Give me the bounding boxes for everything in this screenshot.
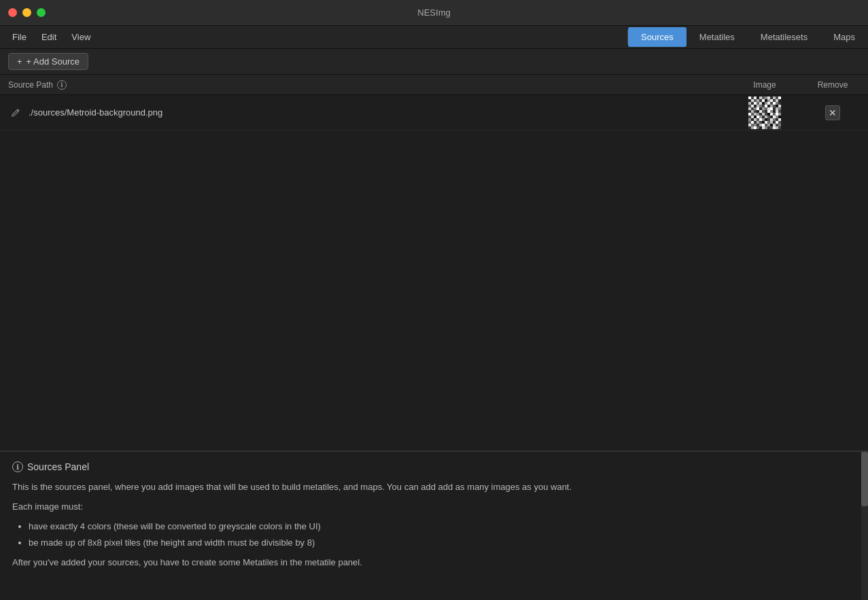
svg-rect-89 [759, 116, 762, 118]
svg-rect-132 [778, 124, 781, 126]
edit-path-button[interactable] [8, 105, 23, 120]
svg-rect-139 [765, 126, 767, 129]
svg-rect-122 [751, 124, 754, 126]
svg-rect-15 [754, 99, 757, 102]
svg-rect-140 [767, 126, 770, 129]
col-header-source-path: Source Path ℹ [8, 80, 724, 90]
svg-rect-36 [778, 102, 781, 105]
svg-rect-47 [776, 105, 778, 107]
menu-bar: File Edit View Sources Metatiles Metatil… [0, 26, 868, 49]
svg-rect-29 [759, 102, 762, 105]
add-source-button[interactable]: + + Add Source [8, 53, 88, 70]
svg-rect-117 [770, 121, 773, 124]
scrollbar-thumb[interactable] [861, 452, 868, 506]
svg-rect-87 [754, 116, 757, 118]
svg-rect-80 [767, 113, 770, 116]
tab-sources[interactable]: Sources [628, 27, 687, 47]
svg-rect-21 [770, 99, 773, 102]
svg-rect-71 [776, 110, 778, 113]
svg-rect-93 [770, 116, 773, 118]
svg-rect-97 [748, 118, 751, 121]
svg-rect-1 [748, 96, 751, 99]
svg-rect-48 [778, 105, 781, 107]
source-path-text: ./sources/Metroid-background.png [29, 107, 162, 118]
tab-metatilesets[interactable]: Metatilesets [748, 27, 820, 47]
svg-rect-16 [757, 99, 759, 102]
svg-rect-135 [754, 126, 757, 129]
svg-rect-40 [757, 105, 759, 107]
svg-rect-133 [748, 126, 751, 129]
help-panel-title: ℹ Sources Panel [12, 461, 856, 472]
menu-item-view[interactable]: View [65, 29, 97, 45]
svg-rect-110 [751, 121, 754, 124]
minimize-window-button[interactable] [22, 8, 31, 17]
svg-rect-102 [762, 118, 765, 121]
svg-rect-107 [776, 118, 778, 121]
svg-rect-108 [778, 118, 781, 121]
svg-rect-53 [759, 107, 762, 110]
remove-source-button[interactable]: ✕ [825, 105, 840, 120]
svg-rect-58 [773, 107, 776, 110]
menu-item-edit[interactable]: Edit [35, 29, 63, 45]
svg-rect-67 [765, 110, 767, 113]
svg-rect-25 [748, 102, 751, 105]
svg-rect-45 [770, 105, 773, 107]
svg-rect-27 [754, 102, 757, 105]
svg-rect-5 [759, 96, 762, 99]
svg-rect-92 [767, 116, 770, 118]
plus-icon: + [17, 56, 22, 67]
svg-rect-91 [765, 116, 767, 118]
svg-rect-13 [748, 99, 751, 102]
svg-rect-7 [765, 96, 767, 99]
svg-rect-12 [778, 96, 781, 99]
svg-rect-125 [759, 124, 762, 126]
close-window-button[interactable] [8, 8, 17, 17]
svg-rect-4 [757, 96, 759, 99]
source-path-info-icon[interactable]: ℹ [57, 80, 67, 90]
svg-rect-50 [751, 107, 754, 110]
svg-rect-2 [751, 96, 754, 99]
svg-rect-22 [773, 99, 776, 102]
help-info-icon: ℹ [12, 461, 23, 472]
svg-rect-123 [754, 124, 757, 126]
svg-rect-90 [762, 116, 765, 118]
svg-rect-20 [767, 99, 770, 102]
svg-rect-76 [757, 113, 759, 116]
svg-rect-26 [751, 102, 754, 105]
svg-rect-74 [751, 113, 754, 116]
help-requirement-1: have exactly 4 colors (these will be con… [29, 520, 845, 534]
svg-rect-105 [770, 118, 773, 121]
menu-bar-left: File Edit View [0, 29, 627, 45]
svg-rect-114 [762, 121, 765, 124]
svg-rect-136 [757, 126, 759, 129]
svg-rect-101 [759, 118, 762, 121]
svg-rect-24 [778, 99, 781, 102]
svg-rect-121 [748, 124, 751, 126]
svg-rect-128 [767, 124, 770, 126]
svg-rect-17 [759, 99, 762, 102]
svg-rect-44 [767, 105, 770, 107]
title-bar: NESImg [0, 0, 868, 26]
svg-rect-42 [762, 105, 765, 107]
svg-rect-118 [773, 121, 776, 124]
svg-rect-55 [765, 107, 767, 110]
svg-rect-11 [776, 96, 778, 99]
svg-rect-81 [770, 113, 773, 116]
svg-rect-63 [754, 110, 757, 113]
add-source-label: + Add Source [27, 56, 80, 67]
svg-rect-138 [762, 126, 765, 129]
maximize-window-button[interactable] [37, 8, 46, 17]
svg-rect-57 [770, 107, 773, 110]
menu-item-file[interactable]: File [5, 29, 33, 45]
svg-rect-73 [748, 113, 751, 116]
svg-rect-113 [759, 121, 762, 124]
svg-rect-51 [754, 107, 757, 110]
tab-metatiles[interactable]: Metatiles [687, 27, 748, 47]
svg-rect-78 [762, 113, 765, 116]
svg-rect-10 [773, 96, 776, 99]
svg-rect-14 [751, 99, 754, 102]
svg-rect-59 [776, 107, 778, 110]
table-body: ./sources/Metroid-background.png [0, 95, 868, 451]
tab-maps[interactable]: Maps [820, 27, 868, 47]
svg-rect-144 [778, 126, 781, 129]
